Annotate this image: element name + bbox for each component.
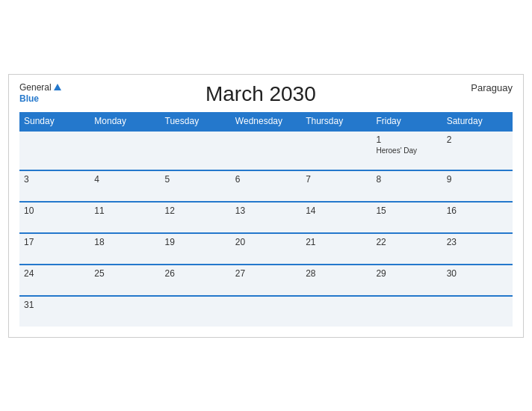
day-number: 5: [165, 174, 226, 185]
day-number: 31: [24, 300, 85, 310]
day-number: 11: [94, 206, 155, 216]
day-number: 17: [24, 237, 85, 247]
table-row: 24: [19, 265, 90, 296]
day-number: 23: [447, 237, 508, 247]
day-event: Heroes' Day: [376, 146, 437, 155]
table-row: 30: [442, 265, 513, 296]
table-row: [231, 296, 301, 327]
day-number: 7: [306, 174, 367, 185]
table-row: [90, 296, 160, 327]
day-number: 4: [94, 174, 155, 185]
table-row: 10: [19, 202, 90, 233]
table-row: 25: [90, 265, 160, 296]
table-row: 1Heroes' Day: [371, 131, 442, 170]
week-row-5: 31: [19, 296, 513, 327]
table-row: 28: [301, 265, 371, 296]
table-row: 19: [161, 233, 231, 265]
day-number: 16: [447, 206, 508, 216]
table-row: 7: [301, 170, 371, 202]
day-number: 18: [94, 237, 155, 247]
table-row: 15: [371, 202, 442, 233]
table-row: [371, 296, 442, 327]
day-number: 14: [306, 206, 367, 216]
table-row: 2: [442, 131, 513, 170]
table-row: 27: [231, 265, 301, 296]
table-row: 12: [161, 202, 231, 233]
header-monday: Monday: [90, 112, 160, 131]
day-number: 10: [24, 206, 85, 216]
table-row: 18: [90, 233, 160, 265]
table-row: [301, 131, 371, 170]
weekday-header-row: Sunday Monday Tuesday Wednesday Thursday…: [19, 112, 513, 131]
day-number: 6: [235, 174, 297, 185]
week-row-0: 1Heroes' Day2: [19, 131, 513, 170]
day-number: 3: [24, 174, 85, 185]
day-number: 26: [165, 268, 226, 279]
table-row: 31: [19, 296, 90, 327]
day-number: 27: [235, 268, 297, 279]
table-row: 21: [301, 233, 371, 265]
day-number: 1: [376, 135, 437, 145]
logo-general-text: General: [19, 82, 52, 93]
table-row: [231, 131, 301, 170]
week-row-2: 10111213141516: [19, 202, 513, 233]
table-row: 9: [442, 170, 513, 202]
header-tuesday: Tuesday: [161, 112, 231, 131]
day-number: 8: [376, 174, 437, 185]
table-row: 8: [371, 170, 442, 202]
table-row: 20: [231, 233, 301, 265]
header-sunday: Sunday: [19, 112, 90, 131]
table-row: 16: [442, 202, 513, 233]
day-number: 25: [94, 268, 155, 279]
day-number: 21: [306, 237, 367, 247]
day-number: 28: [306, 268, 367, 279]
day-number: 15: [376, 206, 437, 216]
table-row: 11: [90, 202, 160, 233]
table-row: 14: [301, 202, 371, 233]
week-row-3: 17181920212223: [19, 233, 513, 265]
header-thursday: Thursday: [301, 112, 371, 131]
table-row: 13: [231, 202, 301, 233]
day-number: 22: [376, 237, 437, 247]
table-row: 4: [90, 170, 160, 202]
logo-triangle-icon: [54, 84, 61, 90]
day-number: 24: [24, 268, 85, 279]
table-row: 26: [161, 265, 231, 296]
table-row: 5: [161, 170, 231, 202]
calendar-country: Paraguay: [460, 82, 513, 93]
day-number: 13: [235, 206, 297, 216]
table-row: 29: [371, 265, 442, 296]
day-number: 29: [376, 268, 437, 279]
table-row: [161, 131, 231, 170]
day-number: 20: [235, 237, 297, 247]
logo-blue-text: Blue: [19, 93, 39, 104]
table-row: 17: [19, 233, 90, 265]
table-row: 22: [371, 233, 442, 265]
week-row-4: 24252627282930: [19, 265, 513, 296]
header-saturday: Saturday: [442, 112, 513, 131]
header-wednesday: Wednesday: [231, 112, 301, 131]
calendar-grid: Sunday Monday Tuesday Wednesday Thursday…: [19, 112, 513, 327]
table-row: 3: [19, 170, 90, 202]
calendar-container: General Blue March 2030 Paraguay Sunday …: [8, 74, 524, 338]
day-number: 12: [165, 206, 226, 216]
day-number: 30: [447, 268, 508, 279]
calendar-title: March 2030: [61, 82, 460, 106]
table-row: [442, 296, 513, 327]
day-number: 2: [447, 135, 508, 145]
table-row: [161, 296, 231, 327]
calendar-header: General Blue March 2030 Paraguay: [19, 82, 513, 106]
logo: General Blue: [19, 82, 61, 105]
table-row: 6: [231, 170, 301, 202]
table-row: [301, 296, 371, 327]
table-row: [19, 131, 90, 170]
table-row: 23: [442, 233, 513, 265]
day-number: 19: [165, 237, 226, 247]
day-number: 9: [447, 174, 508, 185]
week-row-1: 3456789: [19, 170, 513, 202]
header-friday: Friday: [371, 112, 442, 131]
table-row: [90, 131, 160, 170]
